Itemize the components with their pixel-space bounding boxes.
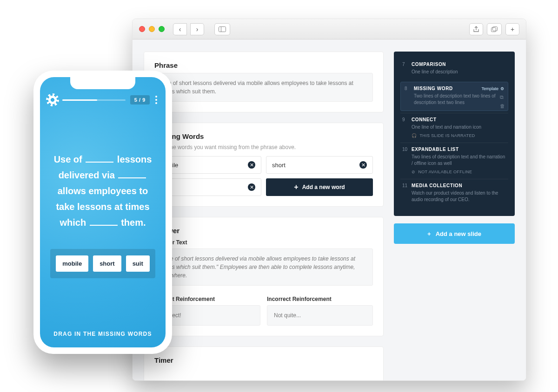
remove-word-icon[interactable]: ✕ [359, 161, 367, 169]
phrase-text-field[interactable]: Use of short lessons delivered via mobil… [154, 73, 373, 102]
choices-tray: mobile short suit [50, 249, 155, 278]
add-word-label: Add a new word [302, 184, 345, 190]
phone-preview: 5 / 9 Use of lessons delivered via allow… [33, 71, 172, 354]
browser-titlebar: ‹ › + [133, 19, 526, 39]
phrase-title: Phrase [154, 61, 373, 69]
answer-card: Answer Answer Text "Use of short lessons… [144, 217, 384, 336]
browser-window: ‹ › + Phrase Use of short lessons delive… [132, 19, 526, 381]
minimize-icon[interactable] [149, 26, 155, 32]
slide-item[interactable]: 10 EXPANDABLE LIST Two lines of descript… [400, 143, 508, 179]
slide-desc: Watch our product videos and listen to t… [412, 190, 506, 203]
answer-title: Answer [154, 227, 373, 235]
zoom-icon[interactable] [159, 26, 165, 32]
slide-item[interactable]: 11 MEDIA COLLECTION Watch our product vi… [400, 179, 508, 208]
app-viewport: Phrase Use of short lessons delivered vi… [133, 39, 526, 380]
slide-number: 9 [402, 117, 408, 122]
slide-name: COMPARISON [412, 62, 446, 67]
blank-slot[interactable] [86, 154, 113, 163]
phrase-card: Phrase Use of short lessons delivered vi… [144, 52, 384, 112]
choice-chip[interactable]: mobile [56, 255, 88, 272]
svg-rect-3 [493, 26, 498, 31]
gear-icon[interactable] [47, 95, 58, 105]
timer-card: Timer [144, 346, 384, 380]
slide-item[interactable]: 7 COMPARISON One line of description [400, 58, 508, 80]
sidebar-toggle-button[interactable] [214, 23, 230, 35]
remove-word-icon[interactable]: ✕ [248, 183, 255, 191]
answer-text-field[interactable]: "Use of short lessons delivered via mobi… [154, 248, 373, 286]
choice-chip[interactable]: short [93, 255, 121, 272]
forward-button[interactable]: › [190, 23, 204, 35]
close-icon[interactable] [139, 26, 145, 32]
slide-meta: THIS SLIDE IS NARRATED [419, 133, 475, 138]
plus-icon: + [294, 183, 298, 191]
word-chip-label: short [272, 162, 286, 169]
blank-slot[interactable] [118, 170, 146, 178]
gear-icon: ⚙ [500, 86, 504, 91]
progress-counter: 5 / 9 [130, 95, 150, 105]
slide-number: 7 [402, 62, 408, 67]
remove-word-icon[interactable]: ✕ [248, 161, 255, 169]
copy-icon[interactable]: ⧉ [500, 94, 505, 100]
word-chip[interactable]: short ✕ [266, 156, 373, 174]
add-slide-label: Add a new slide [436, 230, 481, 237]
slide-name: EXPANDABLE LIST [412, 147, 459, 152]
trash-icon[interactable]: 🗑 [500, 103, 505, 109]
phone-notch [70, 77, 135, 89]
slide-number: 10 [402, 147, 408, 152]
back-button[interactable]: ‹ [173, 23, 187, 35]
missing-words-title: Missing Words [154, 132, 373, 140]
slide-desc: Two lines of description text two lines … [414, 93, 504, 106]
slide-number: 8 [405, 86, 410, 91]
phone-instruction: DRAG IN THE MISSING WORDS [40, 331, 166, 337]
svg-rect-0 [219, 26, 226, 32]
more-icon[interactable] [154, 94, 158, 106]
blank-slot[interactable] [90, 217, 118, 226]
incorrect-reinforcement-label: Incorrect Reinforcement [267, 296, 373, 302]
progress-bar [62, 99, 126, 101]
slide-desc: One line of description [412, 69, 506, 75]
headphones-icon: 🎧 [412, 133, 417, 138]
slide-desc: One line of text and narration icon [412, 124, 506, 131]
missing-words-subtitle: Input the words you want missing from th… [154, 144, 373, 150]
slide-item-selected[interactable]: 8 MISSING WORD Template ⚙ Two lines of d… [400, 82, 508, 111]
slide-name: MISSING WORD [414, 86, 453, 91]
slide-number: 11 [402, 183, 408, 188]
tabs-button[interactable] [487, 23, 502, 35]
share-button[interactable] [469, 23, 483, 35]
slide-meta: NOT AVAILABLE OFFLINE [418, 170, 472, 174]
timer-title: Timer [154, 356, 373, 364]
slide-desc: Two lines of description text and the na… [412, 154, 506, 167]
phone-screen: 5 / 9 Use of lessons delivered via allow… [40, 77, 166, 347]
choice-chip[interactable]: suit [126, 255, 150, 272]
add-word-button[interactable]: + Add a new word [266, 178, 373, 196]
slide-name: MEDIA COLLECTION [412, 183, 462, 188]
answer-text-label: Answer Text [154, 239, 373, 246]
missing-words-card: Missing Words Input the words you want m… [144, 123, 384, 207]
slide-item[interactable]: 9 CONNECT One line of text and narration… [400, 113, 508, 143]
add-slide-button[interactable]: + Add a new slide [394, 223, 515, 244]
phone-phrase: Use of lessons delivered via allows empl… [50, 151, 155, 230]
slides-panel: 7 COMPARISON One line of description 8 M… [394, 52, 515, 216]
traffic-lights [139, 26, 165, 32]
offline-icon: ⊘ [412, 170, 415, 174]
template-badge[interactable]: Template ⚙ [481, 86, 504, 91]
slide-name: CONNECT [412, 117, 437, 122]
plus-icon: + [427, 230, 431, 237]
svg-rect-2 [492, 27, 496, 32]
new-tab-button[interactable]: + [505, 23, 519, 35]
incorrect-reinforcement-field[interactable]: Not quite... [267, 305, 373, 326]
